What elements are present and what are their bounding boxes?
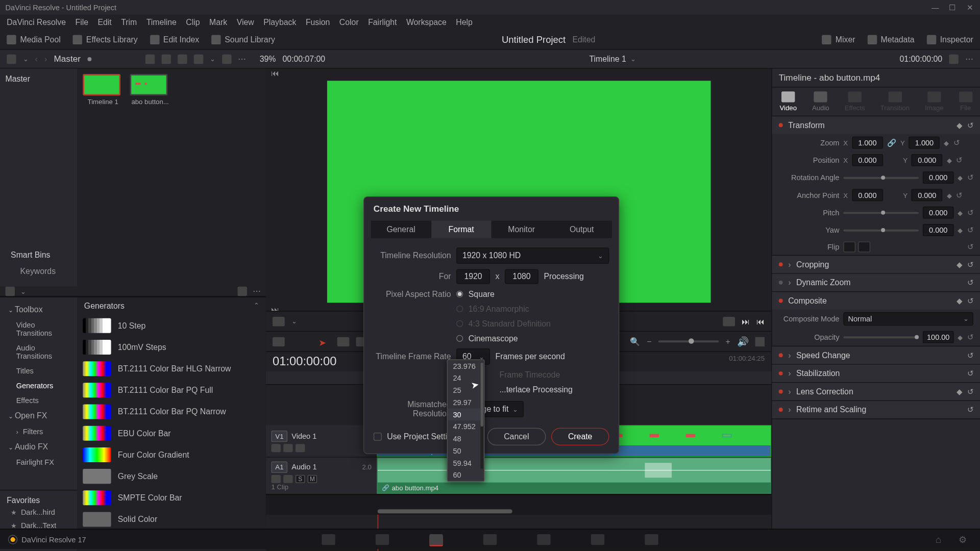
mixer-toggle[interactable]: Mixer bbox=[822, 35, 855, 44]
clip-thumbnail[interactable]: abo button... bbox=[130, 74, 170, 106]
reset-icon[interactable]: ↺ bbox=[967, 121, 973, 130]
nav-generators[interactable]: Generators bbox=[0, 378, 78, 393]
sort-icon[interactable] bbox=[222, 54, 231, 63]
arm-icon[interactable] bbox=[283, 474, 292, 483]
generator-item[interactable]: BT.2111 Color Bar HLG Narrow bbox=[78, 358, 266, 380]
dropdown-option[interactable]: 24 bbox=[448, 372, 484, 384]
mute-icon[interactable]: M bbox=[308, 474, 317, 483]
anchor-x-input[interactable]: 0.000 bbox=[852, 189, 883, 202]
dropdown-option[interactable]: 30 bbox=[448, 408, 484, 420]
dropdown-scrollbar[interactable] bbox=[481, 363, 483, 469]
favorite-item[interactable]: ★Dark...hird bbox=[7, 505, 70, 518]
effects-library-toggle[interactable]: Effects Library bbox=[72, 35, 137, 44]
menu-davinci[interactable]: DaVinci Resolve bbox=[7, 17, 66, 27]
menu-playback[interactable]: Playback bbox=[263, 17, 296, 27]
opacity-input[interactable]: 100.00 bbox=[923, 331, 954, 343]
inspector-tab-image[interactable]: Image bbox=[925, 91, 944, 112]
generator-item[interactable]: SMPTE Color Bar bbox=[78, 487, 266, 509]
pos-x-input[interactable]: 0.000 bbox=[852, 154, 883, 166]
nav-fairlightfx[interactable]: Fairlight FX bbox=[0, 455, 78, 469]
resolution-select[interactable]: 980 x 551 HD⌄ bbox=[456, 247, 609, 264]
timeline-scrollbar[interactable] bbox=[378, 509, 512, 513]
menu-fusion[interactable]: Fusion bbox=[306, 17, 330, 27]
par-radio-anamorphic[interactable] bbox=[456, 306, 463, 312]
yaw-input[interactable]: 0.000 bbox=[923, 224, 954, 236]
keyframe-icon[interactable]: ◆ bbox=[957, 121, 962, 130]
section-speed[interactable]: ›Speed Change↺ bbox=[772, 346, 980, 364]
search-icon[interactable] bbox=[237, 287, 247, 296]
section-composite[interactable]: Composite◆↺ bbox=[772, 292, 980, 309]
inspector-tab-audio[interactable]: Audio bbox=[812, 91, 829, 112]
page-fusion-icon[interactable] bbox=[483, 534, 497, 544]
pitch-slider[interactable] bbox=[843, 212, 919, 214]
dialog-tab-format[interactable]: Format bbox=[431, 221, 492, 238]
search-icon[interactable] bbox=[193, 54, 203, 63]
menu-fairlight[interactable]: Fairlight bbox=[368, 17, 397, 27]
inspector-tab-effects[interactable]: Effects bbox=[845, 91, 865, 112]
par-radio-cinemascope[interactable] bbox=[456, 335, 463, 342]
generator-item[interactable]: EBU Color Bar bbox=[78, 422, 266, 444]
track-badge[interactable]: V1 bbox=[271, 430, 287, 441]
bin-breadcrumb[interactable]: Master bbox=[54, 54, 80, 64]
lock-icon[interactable] bbox=[271, 474, 280, 483]
menu-color[interactable]: Color bbox=[339, 17, 359, 27]
page-deliver-icon[interactable] bbox=[645, 534, 658, 544]
sync-icon[interactable] bbox=[949, 54, 958, 63]
chevron-down-icon[interactable]: ⌄ bbox=[23, 55, 29, 63]
composite-mode-select[interactable]: Normal⌄ bbox=[843, 312, 973, 325]
use-project-checkbox[interactable] bbox=[374, 433, 382, 441]
create-button[interactable]: Create bbox=[551, 428, 609, 445]
opacity-slider[interactable] bbox=[843, 336, 919, 338]
dropdown-option[interactable]: 47.952 bbox=[448, 420, 484, 433]
rotation-slider[interactable] bbox=[843, 177, 919, 179]
dropdown-option[interactable]: 29.97 bbox=[448, 396, 484, 409]
flip-v-button[interactable] bbox=[858, 241, 870, 252]
dropdown-option[interactable]: 50 bbox=[448, 445, 484, 457]
height-input[interactable]: 1080 bbox=[505, 269, 538, 284]
inspector-tab-video[interactable]: Video bbox=[779, 91, 797, 112]
speaker-icon[interactable]: 🔊 bbox=[737, 336, 748, 347]
dialog-tab-output[interactable]: Output bbox=[552, 221, 612, 238]
page-edit-icon[interactable] bbox=[429, 534, 443, 544]
arrow-tool-icon[interactable]: ➤ bbox=[318, 337, 331, 346]
edit-index-toggle[interactable]: Edit Index bbox=[150, 35, 199, 44]
nav-filters[interactable]: ›Filters bbox=[0, 424, 78, 439]
inspector-toggle[interactable]: Inspector bbox=[926, 35, 973, 44]
generator-item[interactable]: 100mV Steps bbox=[78, 336, 266, 358]
pitch-input[interactable]: 0.000 bbox=[923, 207, 954, 219]
menu-view[interactable]: View bbox=[237, 17, 254, 27]
dropdown-option[interactable]: 25 bbox=[448, 384, 484, 396]
section-transform[interactable]: Transform◆↺ bbox=[772, 116, 980, 134]
minimize-icon[interactable]: — bbox=[932, 4, 940, 12]
zoom-percent[interactable]: 39% bbox=[260, 54, 276, 63]
menu-workspace[interactable]: Workspace bbox=[406, 17, 447, 27]
track-badge[interactable]: A1 bbox=[271, 461, 287, 472]
nav-openfx[interactable]: ⌄Open FX bbox=[0, 408, 78, 424]
timeline-view-icon[interactable] bbox=[273, 316, 285, 325]
full-extent-icon[interactable] bbox=[723, 316, 735, 325]
list-view-icon[interactable] bbox=[178, 54, 187, 63]
rotation-input[interactable]: 0.000 bbox=[923, 171, 954, 184]
menu-help[interactable]: Help bbox=[456, 17, 473, 27]
menu-timeline[interactable]: Timeline bbox=[146, 17, 177, 27]
section-stabilization[interactable]: ›Stabilization↺ bbox=[772, 365, 980, 382]
master-bin[interactable]: Master bbox=[6, 74, 72, 83]
chevron-down-icon[interactable]: ⌄ bbox=[20, 288, 26, 295]
nav-effects[interactable]: Effects bbox=[0, 393, 78, 408]
trim-tool-icon[interactable] bbox=[337, 337, 350, 346]
anchor-y-input[interactable]: 0.000 bbox=[912, 189, 943, 202]
pos-y-input[interactable]: 0.000 bbox=[912, 154, 943, 166]
generator-item[interactable]: Four Color Gradient bbox=[78, 444, 266, 465]
audio-track-header[interactable]: A1 Audio 1 2.0 S M 1 Clip bbox=[266, 458, 377, 494]
cancel-button[interactable]: Cancel bbox=[487, 428, 546, 445]
inspector-tab-file[interactable]: File bbox=[959, 91, 972, 112]
nav-audiofx[interactable]: ⌄Audio FX bbox=[0, 439, 78, 455]
metadata-toggle[interactable]: Metadata bbox=[867, 35, 914, 44]
zoom-x-input[interactable]: 1.000 bbox=[852, 137, 883, 149]
zoom-slider[interactable] bbox=[658, 340, 719, 342]
last-frame-icon[interactable]: ⏭ bbox=[742, 316, 750, 325]
dropdown-option[interactable]: 60 bbox=[448, 469, 484, 481]
selection-tool-icon[interactable] bbox=[273, 337, 285, 346]
media-pool-toggle[interactable]: Media Pool bbox=[7, 35, 61, 44]
nav-audio-transitions[interactable]: Audio Transitions bbox=[0, 340, 78, 363]
